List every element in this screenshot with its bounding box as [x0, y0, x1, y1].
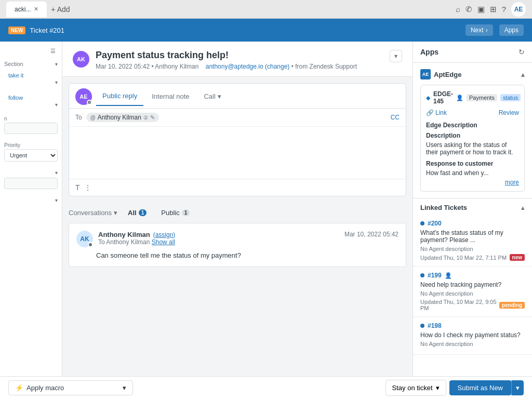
- ticket-199-id: #199 👤: [420, 272, 525, 279]
- edit-icon[interactable]: ✎: [150, 114, 155, 121]
- phone-icon[interactable]: ✆: [466, 5, 472, 14]
- ticket-200-desc: No Agent description: [420, 246, 525, 252]
- user-icon: 👤: [456, 95, 463, 101]
- linked-tickets-collapse[interactable]: ▴: [521, 204, 525, 211]
- reply-header: To @ Anthony Kilman ② ✎ CC: [69, 109, 406, 127]
- more-options-button[interactable]: ⋮: [84, 183, 91, 192]
- assign-link[interactable]: (assign): [153, 231, 176, 238]
- section-chevron-3[interactable]: ▾: [4, 170, 58, 176]
- ticket-author: Anthony Kilman: [155, 63, 198, 70]
- ticket-title: Payment status tracking help!: [96, 50, 357, 61]
- to-label: To: [75, 114, 82, 121]
- blue-dot-198: [420, 324, 424, 328]
- linked-tickets-header: Linked Tickets ▴: [413, 198, 532, 215]
- description-subheading: Description: [426, 132, 519, 139]
- aptedge-section: AE AptEdge ▴ ◆ EDGE-145 👤 Payments statu…: [413, 63, 532, 198]
- aptedge-header: AE AptEdge ▴: [420, 69, 525, 79]
- apply-macro-button[interactable]: ⚡ Apply macro ▾: [8, 380, 133, 395]
- blue-dot-200: [420, 221, 424, 225]
- status-dot: [88, 242, 93, 247]
- edge-actions: 🔗 Link Review: [426, 109, 519, 116]
- section-chevron-1[interactable]: ▾: [4, 79, 58, 85]
- next-button[interactable]: Next ›: [466, 24, 493, 36]
- input-field-label: n: [4, 116, 58, 122]
- all-filter-button[interactable]: All 1: [124, 207, 151, 219]
- public-reply-tab[interactable]: Public reply: [96, 87, 143, 106]
- review-button[interactable]: Review: [499, 109, 519, 116]
- recipient-name: Anthony Kilman: [98, 114, 141, 121]
- sidebar-input-field[interactable]: [4, 123, 58, 134]
- ticket-199-title: Need help tracking payment?: [420, 281, 525, 288]
- help-icon[interactable]: ?: [502, 5, 506, 14]
- link-icon: 🔗: [426, 109, 434, 116]
- linked-ticket-198: #198 How do I check my payment status? N…: [413, 317, 532, 355]
- message-sender-info: Anthony Kilman (assign) To Anthony Kilma…: [98, 231, 339, 246]
- priority-select[interactable]: Urgent: [4, 149, 58, 162]
- sidebar-chevron-button[interactable]: ▾: [55, 61, 58, 67]
- ticket-change-link[interactable]: (change): [265, 63, 289, 70]
- refresh-button[interactable]: ↻: [518, 48, 525, 56]
- ticket-meta: Mar 10, 2022 05:42 • Anthony Kilman anth…: [96, 63, 357, 70]
- submit-dropdown-button[interactable]: ▾: [511, 380, 524, 395]
- reply-area: AE × Public reply Internal note Call ▾ T…: [69, 83, 406, 196]
- tab-close-icon[interactable]: ✕: [34, 6, 38, 12]
- ticket-199-updated: Updated Thu, 10 Mar 22, 9:05 PM: [420, 299, 499, 311]
- chevron-right-icon: ›: [486, 26, 488, 34]
- browser-tab[interactable]: acki... ✕: [6, 2, 47, 17]
- ticket-status-badge: NEW: [8, 26, 25, 34]
- stay-on-ticket-button[interactable]: Stay on ticket ▾: [385, 380, 446, 396]
- show-all-link[interactable]: Show all: [152, 238, 175, 246]
- internal-note-tab[interactable]: Internal note: [145, 87, 195, 105]
- public-count-badge: 1: [182, 209, 190, 216]
- take-it-link[interactable]: take it: [4, 71, 58, 79]
- diamond-icon: ◆: [426, 95, 430, 101]
- sidebar-section-label: Section: [4, 61, 23, 67]
- ticket-198-title: How do I check my payment status?: [420, 331, 525, 339]
- link-icon-label[interactable]: 🔗 Link: [426, 109, 447, 116]
- response-text: How fast and when y...: [426, 169, 519, 177]
- chevron-down-icon: ▾: [114, 209, 117, 217]
- section-chevron-4[interactable]: ▾: [4, 197, 58, 203]
- ticket-number: Ticket #201: [30, 26, 64, 34]
- right-panel-title: Apps: [420, 48, 438, 56]
- submit-button[interactable]: Submit as New: [449, 380, 511, 395]
- aptedge-name: AptEdge: [434, 71, 461, 78]
- message-sender-name: Anthony Kilman: [98, 231, 150, 238]
- aptedge-logo: AE: [420, 69, 431, 79]
- edge-tag-payments: Payments: [467, 94, 497, 101]
- recipient-count: ②: [143, 115, 148, 121]
- conversations-filter-button[interactable]: Conversations ▾: [69, 209, 117, 217]
- more-link[interactable]: more: [426, 179, 519, 186]
- reply-agent-avatar: AE ×: [75, 88, 92, 105]
- response-section: Response to customer How fast and when y…: [426, 160, 519, 186]
- public-filter-button[interactable]: Public 1: [157, 207, 194, 219]
- section-chevron-2[interactable]: ▾: [4, 102, 58, 108]
- search-icon[interactable]: ⌕: [456, 5, 460, 14]
- new-tab-button[interactable]: + Add: [51, 5, 70, 14]
- response-heading: Response to customer: [426, 160, 519, 167]
- sidebar-bottom-field[interactable]: [4, 178, 58, 189]
- call-tab[interactable]: Call ▾: [197, 87, 227, 105]
- apps-icon[interactable]: ⊞: [490, 5, 497, 14]
- chat-icon[interactable]: ▣: [477, 5, 485, 14]
- bottom-right: Stay on ticket ▾ Submit as New ▾: [385, 380, 524, 396]
- edge-card-header: ◆ EDGE-145 👤 Payments status: [426, 90, 519, 105]
- edge-description-heading: Edge Description: [426, 122, 519, 129]
- format-text-button[interactable]: T: [75, 183, 80, 192]
- submit-button-group: Submit as New ▾: [449, 380, 524, 395]
- ticket-email-link[interactable]: anthony@aptedge.io: [206, 63, 263, 70]
- topbar-left: NEW Ticket #201: [8, 26, 64, 34]
- user-avatar[interactable]: AE: [511, 2, 526, 17]
- lightning-icon: ⚡: [15, 384, 23, 392]
- follow-link[interactable]: follow: [4, 94, 58, 102]
- ticket-199-desc: No Agent description: [420, 290, 525, 297]
- aptedge-collapse-button[interactable]: ▴: [521, 70, 525, 78]
- sidebar-collapse-button[interactable]: ☰: [0, 46, 62, 57]
- main-layout: ☰ Section ▾ take it ▾ follow ▾ n Priorit…: [0, 42, 532, 376]
- reply-body[interactable]: [69, 127, 406, 179]
- cc-link[interactable]: CC: [391, 114, 400, 121]
- edge-id: EDGE-145: [433, 90, 453, 105]
- ticket-expand-button[interactable]: ▾: [390, 50, 402, 62]
- apps-button[interactable]: Apps: [499, 24, 524, 36]
- ticket-199-footer: Updated Thu, 10 Mar 22, 9:05 PM pending: [420, 299, 525, 311]
